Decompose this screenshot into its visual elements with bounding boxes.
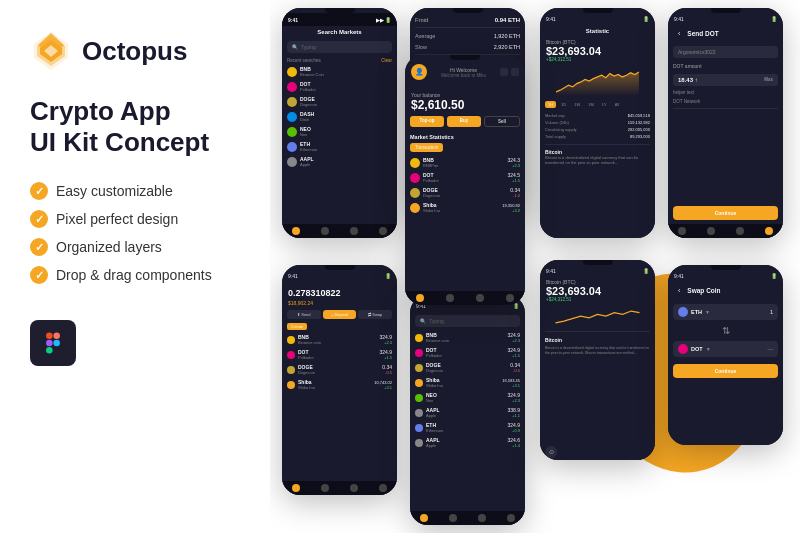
brand-name: Octopus <box>82 36 187 67</box>
octopus-logo-icon <box>30 30 72 72</box>
phone-statistic: 9:41 🔋 Statistic Bitcoin (BTC) $23,693.0… <box>540 8 655 238</box>
check-icon-2 <box>30 210 48 228</box>
phone-coin-detail: 9:41 🔋 0.278310822 $18,902.24 ⬆ Send + D… <box>282 265 397 495</box>
figma-badge <box>30 320 76 366</box>
feature-1: Easy customizable <box>30 182 250 200</box>
svg-point-9 <box>53 340 60 347</box>
phone-send-dot: 9:41 🔋 ‹ Send DOT Argonomics3022 DOT amo… <box>668 8 783 238</box>
check-icon-1 <box>30 182 48 200</box>
left-panel: Octopus Crypto App UI Kit Concept Easy c… <box>0 0 280 533</box>
right-panel: 9:41 ▶▶ 🔋 Search Markets 🔍 Typing Recent… <box>270 0 800 533</box>
phone-balance: 👤 Hi Welcome Welcome back to Miku Your b… <box>405 55 525 305</box>
headline: Crypto App UI Kit Concept <box>30 96 250 158</box>
phone-swap-coin: 9:41 🔋 ‹ Swap Coin ETH ▼ 1 ⇅ DOT ▼ — Con… <box>668 265 783 445</box>
svg-rect-6 <box>53 333 60 340</box>
features-list: Easy customizable Pixel perfect design O… <box>30 182 250 284</box>
feature-4: Drop & drag components <box>30 266 250 284</box>
check-icon-4 <box>30 266 48 284</box>
phone-market-list: 9:41 🔋 🔍 Typing BNBBinance coin 324.9+2.… <box>410 295 525 525</box>
feature-3: Organized layers <box>30 238 250 256</box>
feature-2: Pixel perfect design <box>30 210 250 228</box>
svg-rect-7 <box>46 340 53 347</box>
svg-rect-8 <box>46 347 53 354</box>
svg-rect-5 <box>46 333 53 340</box>
phone-search-markets: 9:41 ▶▶ 🔋 Search Markets 🔍 Typing Recent… <box>282 8 397 238</box>
check-icon-3 <box>30 238 48 256</box>
phone-crypto-detail-right: 9:41 🔋 Bitcoin (BTC) $23,693.04 +$24,312… <box>540 260 655 460</box>
logo-row: Octopus <box>30 30 250 72</box>
